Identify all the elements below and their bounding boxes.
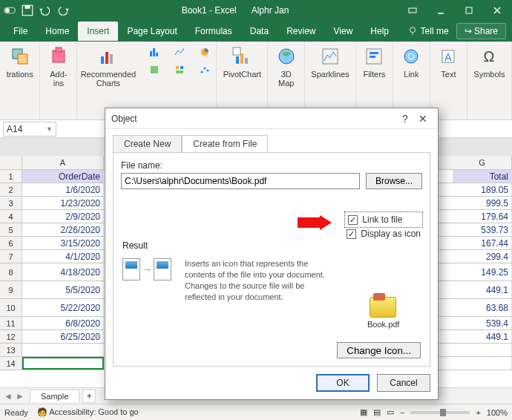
cell[interactable]: 5/22/2020	[22, 299, 104, 316]
row-header[interactable]: 3	[0, 197, 22, 209]
col-header-g[interactable]: G	[453, 156, 512, 169]
filename-input[interactable]	[121, 173, 360, 189]
ribbon-display-icon[interactable]	[401, 1, 424, 19]
tab-data[interactable]: Data	[241, 22, 278, 41]
save-icon[interactable]	[21, 4, 34, 17]
row-header[interactable]: 4	[0, 210, 22, 223]
cancel-button[interactable]: Cancel	[377, 374, 430, 392]
ribbon-filters[interactable]: Filters	[360, 45, 388, 80]
ribbon-3d-map[interactable]: 3D Map	[273, 45, 300, 89]
view-page-break-icon[interactable]: ▭	[387, 407, 394, 417]
cell[interactable]	[22, 344, 104, 356]
row-header[interactable]: 7	[0, 250, 22, 263]
cell[interactable]	[453, 357, 512, 370]
cell[interactable]: Total	[453, 170, 512, 183]
cell[interactable]: 299.4	[453, 250, 512, 263]
row-header[interactable]: 1	[0, 170, 22, 183]
cell[interactable]: 1/23/2020	[22, 197, 104, 209]
tab-nav-prev-icon[interactable]: ◄	[3, 391, 13, 401]
view-normal-icon[interactable]: ▦	[360, 407, 367, 417]
tab-insert[interactable]: Insert	[78, 22, 118, 41]
add-sheet-icon[interactable]: +	[82, 390, 96, 403]
row-header[interactable]: 9	[0, 281, 22, 298]
chart-type-hierarchy-icon[interactable]	[168, 62, 191, 77]
tab-page-layout[interactable]: Page Layout	[118, 22, 186, 41]
row-header[interactable]: 11	[0, 317, 22, 329]
cell[interactable]: 539.73	[453, 223, 512, 236]
cell[interactable]: 179.64	[453, 210, 512, 223]
maximize-icon[interactable]	[457, 1, 481, 19]
cell[interactable]	[22, 357, 104, 370]
ribbon-pivotchart[interactable]: PivotChart	[220, 45, 264, 80]
tab-view[interactable]: View	[325, 22, 362, 41]
ok-button[interactable]: OK	[316, 374, 370, 392]
row-header[interactable]: 13	[0, 344, 22, 356]
ribbon-addins[interactable]: Add- ins	[45, 45, 72, 89]
ribbon-sparklines[interactable]: Sparklines	[308, 45, 352, 80]
redo-icon[interactable]	[56, 4, 70, 17]
cell[interactable]: 4/18/2020	[22, 263, 104, 280]
cell[interactable]: 449.1	[453, 330, 512, 343]
dialog-help-icon[interactable]: ?	[396, 110, 414, 128]
chart-type-scatter-icon[interactable]	[194, 62, 216, 77]
cell[interactable]: 999.5	[453, 197, 512, 209]
ribbon-symbols[interactable]: Ω Symbols	[470, 45, 508, 80]
share-button[interactable]: ↪ Share	[456, 23, 506, 39]
tab-help[interactable]: Help	[361, 22, 398, 41]
autosave-toggle[interactable]	[3, 4, 16, 17]
tab-review[interactable]: Review	[278, 22, 324, 41]
sheet-tab[interactable]: Sample	[30, 390, 79, 402]
ribbon-link[interactable]: Link	[398, 45, 424, 80]
cell[interactable]: 449.1	[453, 281, 512, 298]
cell[interactable]: 6/8/2020	[22, 317, 104, 329]
ribbon-recommended-charts[interactable]: Recommended Charts	[78, 45, 140, 89]
cell[interactable]: 1/6/2020	[22, 183, 104, 196]
cell[interactable]: 2/26/2020	[22, 223, 104, 236]
close-icon[interactable]	[485, 1, 509, 19]
col-header-a[interactable]: A	[22, 156, 104, 169]
cell[interactable]: 4/1/2020	[22, 250, 104, 263]
cell[interactable]: 2/9/2020	[22, 210, 104, 223]
cell[interactable]	[453, 344, 512, 356]
row-header[interactable]: 5	[0, 223, 22, 236]
undo-icon[interactable]	[39, 4, 52, 17]
change-icon-button[interactable]: Change Icon...	[337, 342, 421, 358]
tab-home[interactable]: Home	[36, 22, 78, 41]
tell-me[interactable]: Tell me	[407, 26, 449, 36]
tab-formulas[interactable]: Formulas	[186, 22, 241, 41]
row-header[interactable]: 8	[0, 263, 22, 280]
chart-type-pie-icon[interactable]	[194, 45, 216, 59]
row-header[interactable]: 10	[0, 299, 22, 316]
chart-type-column-icon[interactable]	[143, 45, 165, 59]
minimize-icon[interactable]	[429, 1, 453, 19]
browse-button[interactable]: Browse...	[366, 173, 422, 189]
cell[interactable]: 539.4	[453, 317, 512, 329]
tab-file[interactable]: File	[4, 22, 36, 41]
cell[interactable]: 149.25	[453, 263, 512, 280]
row-header[interactable]: 6	[0, 237, 22, 249]
cell[interactable]: 6/25/2020	[22, 330, 104, 343]
chart-type-map-icon[interactable]	[143, 62, 165, 77]
ribbon-text[interactable]: A Text	[435, 45, 462, 80]
row-header[interactable]: 12	[0, 330, 22, 343]
cell[interactable]: 63.68	[453, 299, 512, 316]
chart-type-line-icon[interactable]	[168, 45, 191, 59]
tab-nav-next-icon[interactable]: ►	[15, 391, 25, 401]
row-header[interactable]: 14	[0, 357, 22, 370]
zoom-slider[interactable]	[410, 411, 470, 414]
name-box[interactable]: A14 ▼	[3, 122, 56, 137]
display-as-icon-checkbox[interactable]: ✓ Display as icon	[347, 229, 421, 239]
dialog-close-icon[interactable]: ✕	[414, 110, 432, 128]
cell[interactable]: 189.05	[453, 183, 512, 196]
dialog-tab-create-from-file[interactable]: Create from File	[182, 135, 268, 152]
row-header[interactable]: 2	[0, 183, 22, 196]
cell[interactable]: 167.44	[453, 237, 512, 249]
select-all-corner[interactable]	[0, 156, 22, 169]
cell[interactable]: 3/15/2020	[22, 237, 104, 249]
link-to-file-checkbox[interactable]: ✓ Link to file	[347, 214, 421, 226]
view-page-layout-icon[interactable]: ▤	[373, 407, 381, 417]
zoom-out-icon[interactable]: −	[400, 408, 404, 417]
zoom-in-icon[interactable]: +	[476, 408, 480, 417]
cell[interactable]: 5/5/2020	[22, 281, 104, 298]
dialog-tab-create-new[interactable]: Create New	[113, 135, 182, 152]
